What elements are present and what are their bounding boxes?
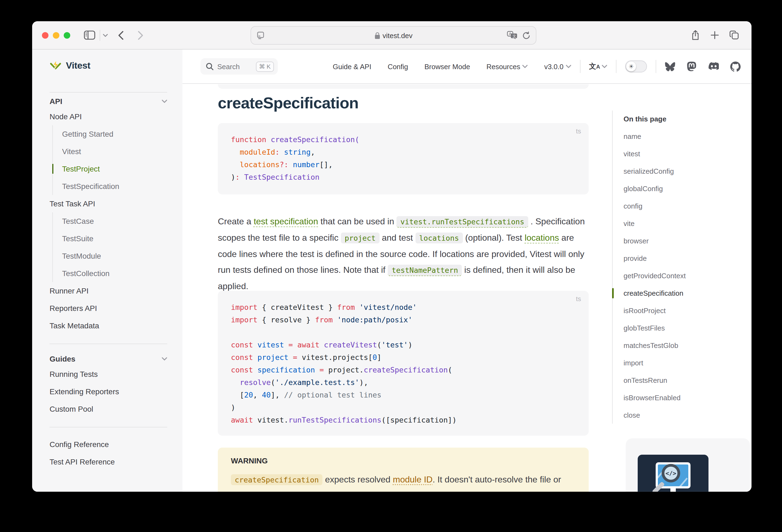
- code-line: [231, 326, 576, 339]
- code-line: locations?: number[],: [231, 158, 576, 171]
- sidebar-item[interactable]: Runner API: [49, 282, 167, 299]
- outline-link[interactable]: createSpecification: [624, 284, 743, 302]
- sidebar-item[interactable]: Test API Reference: [49, 453, 167, 470]
- code-line: [20, 40], // optional test lines: [231, 389, 576, 401]
- zoom-window-button[interactable]: [64, 32, 70, 39]
- sidebar-item[interactable]: Task Metadata: [49, 317, 167, 334]
- sidebar-item[interactable]: Getting Started: [62, 125, 167, 143]
- sidebar-divider: [49, 92, 167, 93]
- outline-link[interactable]: globTestFiles: [624, 319, 743, 336]
- code-block-example[interactable]: ts import { createVitest } from 'vitest/…: [218, 291, 589, 436]
- outline-link[interactable]: isBrowserEnabled: [624, 389, 743, 406]
- sun-icon: ☀: [626, 62, 636, 71]
- nav-link[interactable]: Resources: [486, 62, 528, 71]
- docs-sidebar: Vitest APINode APIGetting StartedVitestT…: [32, 49, 182, 492]
- theme-toggle[interactable]: ☀: [625, 61, 647, 72]
- search-button[interactable]: Search ⌘ K: [201, 58, 278, 75]
- sidebar-item[interactable]: TestSuite: [62, 230, 167, 247]
- back-button[interactable]: [118, 31, 123, 40]
- sidebar-item[interactable]: Custom Pool: [49, 400, 167, 418]
- nav-link[interactable]: Browser Mode: [425, 62, 470, 71]
- code-line: const vitest = await createVitest('test'…: [231, 339, 576, 351]
- inline-code-link[interactable]: vitest.runTestSpecifications: [396, 216, 528, 227]
- sidebar-item[interactable]: Reporters API: [49, 299, 167, 317]
- outline-link[interactable]: globalConfig: [624, 180, 743, 197]
- nav-divider: [580, 60, 580, 73]
- sidebar-chevron-icon[interactable]: [103, 34, 108, 37]
- sidebar-item[interactable]: TestCollection: [62, 264, 167, 282]
- safari-window: vitest.dev A 文: [32, 21, 751, 492]
- outline-link[interactable]: close: [624, 406, 743, 424]
- language-menu[interactable]: 文A: [589, 62, 607, 71]
- outline-link[interactable]: isRootProject: [624, 302, 743, 319]
- address-bar[interactable]: vitest.dev A 文: [250, 26, 536, 45]
- sidebar-item[interactable]: Node API: [49, 108, 167, 125]
- sidebar-item[interactable]: Config Reference: [49, 436, 167, 453]
- forward-button[interactable]: [138, 31, 143, 40]
- text-link[interactable]: test specification: [254, 217, 318, 226]
- ad-card[interactable]: </>: [626, 438, 750, 492]
- chevron-down-icon: [602, 65, 607, 68]
- nav-link[interactable]: Config: [388, 62, 408, 71]
- outline-link[interactable]: getProvidedContext: [624, 267, 743, 284]
- brand[interactable]: Vitest: [49, 59, 167, 72]
- svg-text:文: 文: [513, 34, 516, 38]
- mastodon-icon[interactable]: [687, 61, 697, 72]
- sidebar-item[interactable]: Vitest: [62, 143, 167, 160]
- code-block-signature[interactable]: ts function createSpecification( moduleI…: [218, 123, 589, 194]
- code-line: moduleId: string,: [231, 146, 576, 158]
- text-link[interactable]: locations: [525, 233, 559, 242]
- new-tab-icon[interactable]: [711, 31, 719, 39]
- outline-link[interactable]: browser: [624, 232, 743, 249]
- sidebar-subgroup: Getting StartedVitestTestProjectTestSpec…: [52, 125, 167, 195]
- sidebar-item[interactable]: TestCase: [62, 212, 167, 230]
- sidebar-toggle-icon[interactable]: [84, 31, 95, 40]
- minimize-window-button[interactable]: [53, 32, 59, 39]
- outline-link[interactable]: name: [624, 128, 743, 145]
- outline-link[interactable]: vitest: [624, 145, 743, 162]
- inline-code: createSpecification: [231, 474, 323, 485]
- warning-body: createSpecification expects resolved mod…: [231, 471, 576, 492]
- sidebar-group-title[interactable]: API: [49, 95, 167, 108]
- outline-link[interactable]: serializedConfig: [624, 162, 743, 180]
- nav-link[interactable]: v3.0.0: [544, 62, 571, 71]
- close-window-button[interactable]: [42, 32, 48, 39]
- discord-icon[interactable]: [708, 62, 719, 71]
- nav-link[interactable]: Guide & API: [333, 62, 371, 71]
- code-magnifier-icon: </>: [662, 464, 680, 483]
- outline-link[interactable]: provide: [624, 249, 743, 267]
- github-icon[interactable]: [730, 61, 741, 72]
- outline-link[interactable]: import: [624, 354, 743, 371]
- inline-code-link[interactable]: testNamePattern: [388, 264, 462, 276]
- sidebar-item[interactable]: TestSpecification: [62, 178, 167, 195]
- translate-icon[interactable]: A 文: [507, 31, 517, 39]
- text-run: Create a: [218, 217, 254, 226]
- code-line: resolve('./example.test.ts'),: [231, 376, 576, 389]
- share-icon[interactable]: [691, 30, 700, 41]
- sidebar-item[interactable]: TestModule: [62, 247, 167, 264]
- outline-link[interactable]: config: [624, 197, 743, 215]
- search-icon: [206, 63, 213, 70]
- sidebar-item[interactable]: Running Tests: [49, 365, 167, 383]
- bluesky-icon[interactable]: [665, 62, 675, 71]
- sidebar-item[interactable]: Test Task API: [49, 195, 167, 212]
- inline-code: locations: [415, 233, 463, 243]
- sidebar-group-title[interactable]: Guides: [49, 352, 167, 365]
- sidebar-item[interactable]: Extending Reporters: [49, 383, 167, 400]
- tab-overview-icon[interactable]: [729, 31, 739, 40]
- sidebar-subgroup: TestCaseTestSuiteTestModuleTestCollectio…: [52, 212, 167, 282]
- reload-icon[interactable]: [522, 31, 530, 40]
- text-link[interactable]: module ID: [393, 475, 433, 484]
- docs-main: Search ⌘ K Guide & APIConfigBrowser Mode…: [182, 49, 751, 492]
- outline-link[interactable]: onTestsRerun: [624, 371, 743, 389]
- code-line: ): [231, 401, 576, 414]
- lock-icon: [375, 32, 380, 39]
- brand-name: Vitest: [66, 61, 91, 71]
- previous-codeblock-remnant: [218, 84, 589, 89]
- code-lang-badge: ts: [576, 128, 581, 135]
- nav-divider: [616, 60, 616, 73]
- outline-link[interactable]: vite: [624, 215, 743, 232]
- outline-link[interactable]: matchesTestGlob: [624, 336, 743, 354]
- sidebar-item[interactable]: TestProject: [62, 160, 167, 178]
- page-title: createSpecification: [218, 94, 359, 112]
